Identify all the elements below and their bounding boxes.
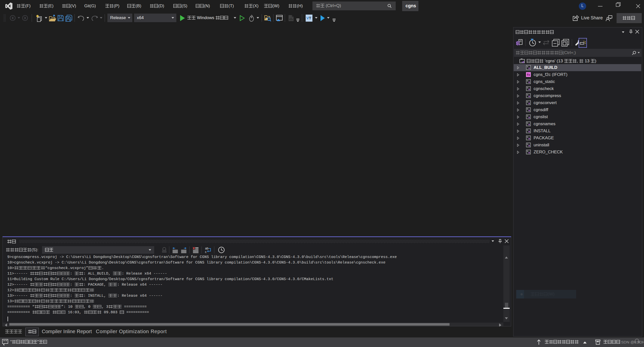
svg-text:Fo: Fo xyxy=(527,73,530,76)
svg-text:ab: ab xyxy=(205,247,209,250)
svg-text:c: c xyxy=(205,250,207,253)
